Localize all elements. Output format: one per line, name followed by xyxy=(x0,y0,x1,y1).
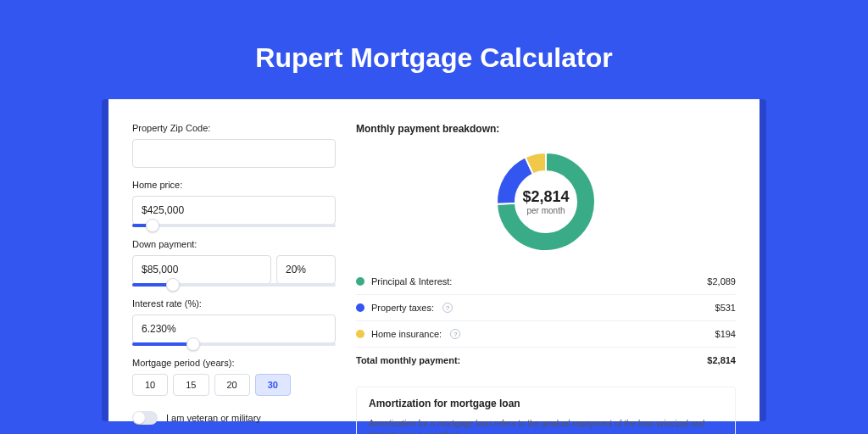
zip-label: Property Zip Code: xyxy=(132,123,336,133)
period-option-15[interactable]: 15 xyxy=(173,374,209,396)
legend-row: Home insurance:?$194 xyxy=(356,321,736,348)
breakdown-column: Monthly payment breakdown: $2,814 per mo… xyxy=(356,123,736,421)
interest-slider[interactable] xyxy=(132,342,336,346)
inputs-column: Property Zip Code: Home price: Down paym… xyxy=(132,123,336,421)
legend-total-row: Total monthly payment: $2,814 xyxy=(356,348,736,373)
interest-label: Interest rate (%): xyxy=(132,298,336,309)
veteran-row: I am veteran or military xyxy=(132,411,336,425)
zip-field: Property Zip Code: xyxy=(132,123,336,168)
zip-input[interactable] xyxy=(132,139,336,168)
down-payment-slider[interactable] xyxy=(132,283,336,287)
period-segmented: 10152030 xyxy=(132,374,336,396)
home-price-field: Home price: xyxy=(132,180,336,227)
donut-chart: $2,814 per month xyxy=(356,147,736,257)
donut-sub: per month xyxy=(526,206,565,215)
legend-dot-icon xyxy=(356,330,364,338)
period-label: Mortgage period (years): xyxy=(132,358,336,368)
down-payment-input[interactable] xyxy=(132,255,271,284)
legend-label: Home insurance: xyxy=(371,329,442,339)
veteran-label: I am veteran or military xyxy=(166,413,261,423)
slider-thumb[interactable] xyxy=(186,337,200,351)
amortization-title: Amortization for mortgage loan xyxy=(369,398,723,409)
donut-amount: $2,814 xyxy=(522,188,569,206)
legend-value: $194 xyxy=(715,329,736,339)
info-icon[interactable]: ? xyxy=(442,303,453,313)
legend-row: Principal & Interest:$2,089 xyxy=(356,269,736,295)
period-option-10[interactable]: 10 xyxy=(132,374,168,396)
home-price-input[interactable] xyxy=(132,196,336,225)
home-price-slider[interactable] xyxy=(132,224,336,227)
down-payment-pct-input[interactable] xyxy=(276,255,336,284)
info-icon[interactable]: ? xyxy=(450,329,460,339)
legend-label: Principal & Interest: xyxy=(371,276,452,287)
legend-label: Property taxes: xyxy=(371,303,434,313)
page-title: Rupert Mortgage Calculator xyxy=(102,42,766,74)
calculator-card: Property Zip Code: Home price: Down paym… xyxy=(108,99,760,421)
period-option-30[interactable]: 30 xyxy=(255,374,291,396)
legend: Principal & Interest:$2,089Property taxe… xyxy=(356,269,736,348)
legend-row: Property taxes:?$531 xyxy=(356,295,736,321)
legend-dot-icon xyxy=(356,303,364,312)
interest-field: Interest rate (%): xyxy=(132,298,336,346)
down-payment-field: Down payment: xyxy=(132,239,336,287)
total-value: $2,814 xyxy=(707,355,736,365)
period-option-20[interactable]: 20 xyxy=(214,374,250,396)
legend-value: $2,089 xyxy=(707,276,736,287)
down-payment-label: Down payment: xyxy=(132,239,336,249)
veteran-toggle[interactable] xyxy=(132,411,158,425)
card-shadow: Property Zip Code: Home price: Down paym… xyxy=(102,99,766,421)
legend-value: $531 xyxy=(715,303,736,313)
amortization-text: Amortization for a mortgage loan refers … xyxy=(369,418,723,434)
interest-input[interactable] xyxy=(132,314,336,343)
slider-thumb[interactable] xyxy=(146,219,159,232)
slider-thumb[interactable] xyxy=(166,278,180,292)
total-label: Total monthly payment: xyxy=(356,355,460,365)
legend-dot-icon xyxy=(356,277,364,286)
donut-center: $2,814 per month xyxy=(491,147,601,257)
amortization-box: Amortization for mortgage loan Amortizat… xyxy=(356,387,736,434)
home-price-label: Home price: xyxy=(132,180,336,190)
period-field: Mortgage period (years): 10152030 xyxy=(132,358,336,396)
toggle-knob xyxy=(133,412,145,424)
breakdown-title: Monthly payment breakdown: xyxy=(356,123,736,135)
